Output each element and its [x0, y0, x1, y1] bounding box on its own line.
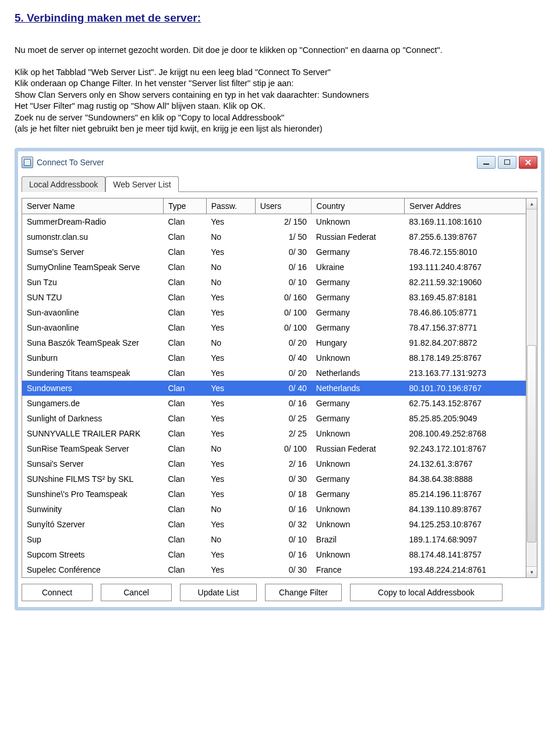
cell-country: Netherlands [312, 381, 405, 396]
table-row[interactable]: SummerDream-RadioClanYes2/ 150Unknown83.… [22, 214, 526, 229]
table-row[interactable]: Sunsai's ServerClanYes2/ 16Unknown24.132… [22, 456, 526, 471]
cell-passw: Yes [206, 396, 255, 411]
cell-country: Unknown [312, 547, 405, 562]
table-row[interactable]: Sunlight of DarknessClanYes0/ 25Germany8… [22, 411, 526, 426]
cell-address: 78.46.86.105:8771 [405, 305, 526, 320]
cell-users: 0/ 16 [255, 547, 312, 562]
table-row[interactable]: SunwinityClanNo0/ 16Unknown84.139.110.89… [22, 502, 526, 517]
scroll-up-icon[interactable]: ▴ [526, 198, 537, 210]
change-filter-button[interactable]: Change Filter [265, 584, 342, 601]
cell-address: 94.125.253.10:8767 [405, 517, 526, 532]
cell-server-name: SummerDream-Radio [22, 214, 164, 229]
cell-server-name: Sun Tzu [22, 275, 164, 290]
update-list-button[interactable]: Update List [180, 584, 257, 601]
tab-local-addressbook[interactable]: Local Addressbook [22, 176, 105, 192]
cell-users: 0/ 100 [255, 305, 312, 320]
server-table[interactable]: Server Name Type Passw. Users Country Se… [22, 198, 526, 578]
cell-address: 85.214.196.11:8767 [405, 487, 526, 502]
minimize-button[interactable] [477, 156, 496, 169]
table-row[interactable]: Sungamers.deClanYes0/ 16Germany62.75.143… [22, 396, 526, 411]
table-row[interactable]: Suna Baszók TeamSpeak SzerClanNo0/ 20Hun… [22, 335, 526, 350]
app-icon [22, 157, 33, 168]
cell-type: Clan [164, 381, 207, 396]
cell-server-name: Sunburn [22, 350, 164, 365]
cell-users: 2/ 25 [255, 426, 312, 441]
table-row[interactable]: Sun-avaonlineClanYes0/ 100Germany78.46.8… [22, 305, 526, 320]
table-row[interactable]: SunRise TeamSpeak ServerClanNo0/ 100Russ… [22, 441, 526, 456]
table-row[interactable]: Sun TzuClanNo0/ 10Germany82.211.59.32:19… [22, 275, 526, 290]
cell-address: 82.211.59.32:19060 [405, 275, 526, 290]
cell-server-name: Sun-avaonline [22, 320, 164, 335]
cell-users: 1/ 50 [255, 229, 312, 244]
cell-type: Clan [164, 396, 207, 411]
cell-address: 91.82.84.207:8872 [405, 335, 526, 350]
cell-country: Germany [312, 487, 405, 502]
scroll-down-icon[interactable]: ▾ [526, 566, 537, 577]
cell-users: 0/ 32 [255, 517, 312, 532]
cell-address: 24.132.61.3:8767 [405, 456, 526, 471]
cell-passw: Yes [206, 320, 255, 335]
scroll-track[interactable] [526, 210, 537, 566]
cell-server-name: sumonstr.clan.su [22, 229, 164, 244]
col-passw[interactable]: Passw. [206, 198, 255, 214]
table-row[interactable]: SupClanNo0/ 10Brazil189.1.174.68:9097 [22, 532, 526, 547]
cell-country: Unknown [312, 350, 405, 365]
col-server-name[interactable]: Server Name [22, 198, 164, 214]
table-row[interactable]: SunburnClanYes0/ 40Unknown88.178.149.25:… [22, 350, 526, 365]
cell-users: 2/ 16 [255, 456, 312, 471]
table-row[interactable]: Supcom StreetsClanYes0/ 16Unknown88.174.… [22, 547, 526, 562]
cell-passw: Yes [206, 547, 255, 562]
table-row[interactable]: Sumse's ServerClanYes0/ 30Germany78.46.7… [22, 244, 526, 260]
cell-passw: Yes [206, 381, 255, 396]
cell-passw: Yes [206, 214, 255, 229]
table-row[interactable]: Sunshine\'s Pro TeamspeakClanYes0/ 18Ger… [22, 487, 526, 502]
cell-server-name: Sunyító Szerver [22, 517, 164, 532]
table-row[interactable]: sumonstr.clan.suClanNo1/ 50Russian Feder… [22, 229, 526, 244]
cell-passw: No [206, 260, 255, 275]
cell-passw: Yes [206, 411, 255, 426]
tab-web-server-list[interactable]: Web Server List [105, 176, 178, 192]
cell-address: 83.169.45.87:8181 [405, 290, 526, 305]
cell-users: 0/ 30 [255, 244, 312, 260]
table-row[interactable]: Supelec ConférenceClanYes0/ 30France193.… [22, 562, 526, 578]
cell-users: 0/ 40 [255, 350, 312, 365]
cell-country: Russian Federat [312, 229, 405, 244]
cell-passw: Yes [206, 562, 255, 578]
cell-country: Germany [312, 411, 405, 426]
connect-window: Connect To Server Local Addressbook Web … [15, 148, 544, 611]
table-row[interactable]: SumyOnline TeamSpeak ServeClanNo0/ 16Ukr… [22, 260, 526, 275]
cell-server-name: Sumse's Server [22, 244, 164, 260]
table-row[interactable]: Sunyító SzerverClanYes0/ 32Unknown94.125… [22, 517, 526, 532]
cell-address: 208.100.49.252:8768 [405, 426, 526, 441]
cancel-button[interactable]: Cancel [101, 584, 172, 601]
cell-users: 0/ 100 [255, 441, 312, 456]
col-server-address[interactable]: Server Addres [405, 198, 526, 214]
table-row[interactable]: SUNNYVALLE TRAILER PARKClanYes2/ 25Unkno… [22, 426, 526, 441]
close-button[interactable] [519, 156, 537, 169]
cell-address: 83.169.11.108:1610 [405, 214, 526, 229]
col-users[interactable]: Users [255, 198, 312, 214]
cell-type: Clan [164, 214, 207, 229]
col-country[interactable]: Country [312, 198, 405, 214]
table-row[interactable]: Sundering Titans teamspeakClanYes0/ 20Ne… [22, 365, 526, 381]
table-row[interactable]: SUNshine FILMS TS² by SKLClanYes0/ 30Ger… [22, 471, 526, 487]
table-row[interactable]: SundownersClanYes0/ 40Netherlands80.101.… [22, 381, 526, 396]
connect-button[interactable]: Connect [22, 584, 93, 601]
cell-users: 0/ 10 [255, 275, 312, 290]
cell-country: Germany [312, 244, 405, 260]
cell-type: Clan [164, 502, 207, 517]
table-row[interactable]: SUN TZUClanYes0/ 160Germany83.169.45.87:… [22, 290, 526, 305]
col-type[interactable]: Type [164, 198, 207, 214]
cell-country: Unknown [312, 456, 405, 471]
button-row: Connect Cancel Update List Change Filter… [22, 584, 537, 601]
cell-server-name: Sun-avaonline [22, 305, 164, 320]
maximize-button[interactable] [498, 156, 516, 169]
scrollbar[interactable]: ▴ ▾ [526, 198, 537, 578]
p6: Zoek nu de server "Sundowners" en klik o… [15, 112, 544, 124]
cell-server-name: Supcom Streets [22, 547, 164, 562]
cell-country: Russian Federat [312, 441, 405, 456]
table-row[interactable]: Sun-avaonlineClanYes0/ 100Germany78.47.1… [22, 320, 526, 335]
copy-to-local-addressbook-button[interactable]: Copy to local Addressbook [350, 584, 503, 601]
cell-address: 85.25.85.205:9049 [405, 411, 526, 426]
scroll-thumb[interactable] [527, 345, 536, 542]
